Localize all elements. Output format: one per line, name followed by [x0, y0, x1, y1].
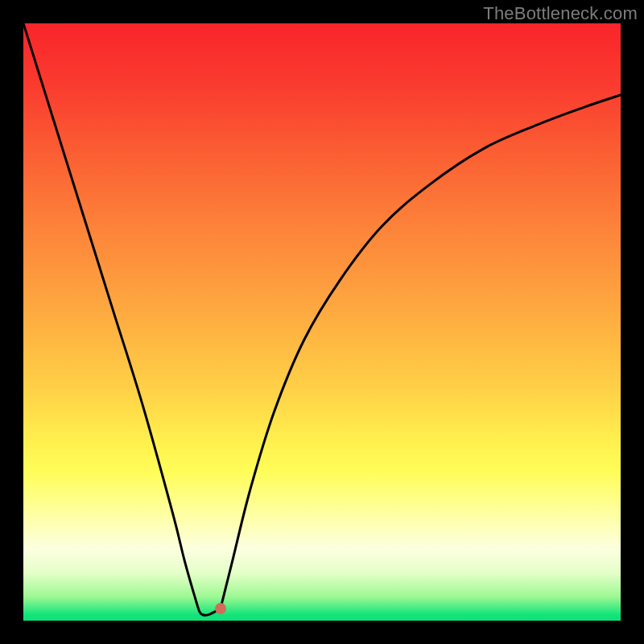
watermark-label: TheBottleneck.com — [483, 3, 638, 24]
optimal-point-marker — [215, 603, 226, 614]
bottleneck-curve — [23, 23, 621, 621]
plot-area — [23, 23, 621, 621]
chart-frame: TheBottleneck.com — [0, 0, 644, 644]
